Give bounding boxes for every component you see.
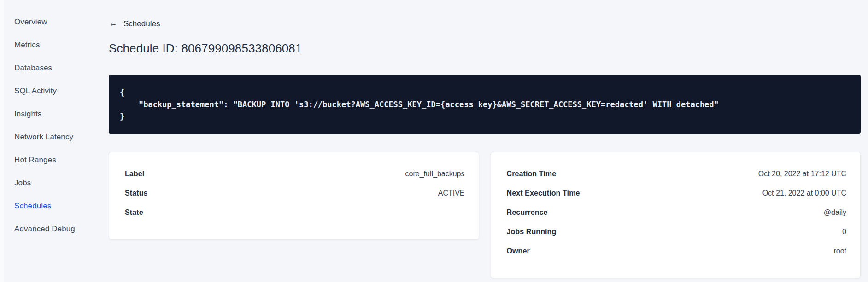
sidebar-nav: Overview Metrics Databases SQL Activity …: [4, 0, 109, 282]
detail-row-recurrence: Recurrence @daily: [507, 203, 847, 222]
back-arrow-icon: ←: [109, 19, 117, 28]
detail-cards-row: Label core_full_backups Status ACTIVE St…: [109, 152, 861, 278]
row-value: Oct 21, 2022 at 0:00 UTC: [762, 189, 846, 197]
detail-row-owner: Owner root: [507, 242, 847, 261]
sidebar-item-network-latency[interactable]: Network Latency: [4, 126, 109, 149]
detail-row-jobs-running: Jobs Running 0: [507, 222, 847, 242]
row-label: Owner: [507, 247, 530, 255]
row-label: Next Execution Time: [507, 189, 580, 197]
app-root: Overview Metrics Databases SQL Activity …: [0, 0, 868, 282]
detail-row-next-execution-time: Next Execution Time Oct 21, 2022 at 0:00…: [507, 184, 847, 203]
sidebar-item-metrics[interactable]: Metrics: [4, 34, 109, 57]
sidebar-item-hot-ranges[interactable]: Hot Ranges: [4, 149, 109, 172]
schedule-timing-card: Creation Time Oct 20, 2022 at 17:12 UTC …: [491, 152, 861, 278]
main-content: ← Schedules Schedule ID: 806799098533806…: [109, 0, 868, 282]
code-line: "backup_statement": "BACKUP INTO 's3://b…: [120, 98, 850, 110]
sidebar-item-schedules[interactable]: Schedules: [4, 195, 109, 218]
sidebar-item-jobs[interactable]: Jobs: [4, 172, 109, 195]
row-label: Status: [125, 189, 148, 197]
detail-row-label: Label core_full_backups: [125, 164, 465, 184]
back-link-label: Schedules: [123, 19, 160, 29]
detail-row-creation-time: Creation Time Oct 20, 2022 at 17:12 UTC: [507, 164, 847, 184]
code-line: }: [120, 110, 850, 122]
schedule-details-card: Label core_full_backups Status ACTIVE St…: [109, 152, 479, 240]
schedule-definition-code: { "backup_statement": "BACKUP INTO 's3:/…: [109, 75, 861, 134]
sidebar-item-databases[interactable]: Databases: [4, 57, 109, 80]
row-value: Oct 20, 2022 at 17:12 UTC: [758, 170, 846, 178]
row-label: Recurrence: [507, 208, 548, 217]
row-label: State: [125, 208, 143, 217]
sidebar-item-advanced-debug[interactable]: Advanced Debug: [4, 218, 109, 241]
row-label: Label: [125, 170, 144, 178]
sidebar-item-insights[interactable]: Insights: [4, 103, 109, 126]
row-value: 0: [842, 228, 846, 236]
sidebar-item-sql-activity[interactable]: SQL Activity: [4, 80, 109, 103]
row-label: Jobs Running: [507, 228, 557, 236]
detail-row-status: Status ACTIVE: [125, 184, 465, 203]
row-label: Creation Time: [507, 170, 557, 178]
row-value: root: [833, 247, 846, 255]
sidebar-item-overview[interactable]: Overview: [4, 11, 109, 34]
page-title: Schedule ID: 806799098533806081: [109, 41, 861, 55]
row-value: ACTIVE: [438, 189, 465, 197]
code-line: {: [120, 86, 850, 98]
detail-row-state: State: [125, 203, 465, 222]
row-value: core_full_backups: [405, 170, 465, 178]
row-value: @daily: [824, 208, 846, 217]
back-link[interactable]: ← Schedules: [109, 19, 160, 29]
left-edge-strip: [0, 0, 4, 282]
